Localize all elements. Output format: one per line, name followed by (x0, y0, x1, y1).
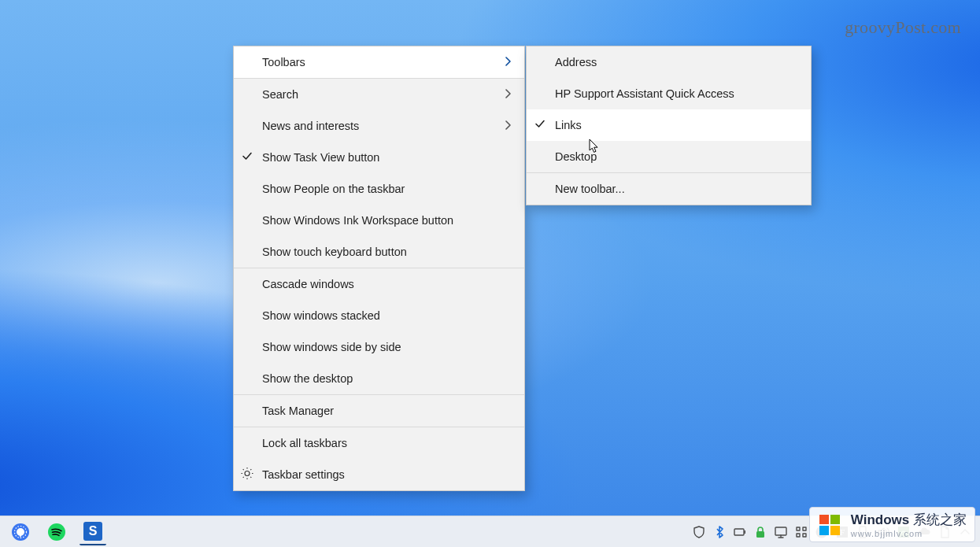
menu-item-label: Show the desktop (262, 372, 353, 385)
windows-logo-icon (818, 512, 843, 538)
menu-item-show-windows-ink-workspace-button[interactable]: Show Windows Ink Workspace button (234, 205, 524, 236)
svg-rect-15 (819, 515, 829, 524)
menu-item-label: New toolbar... (555, 183, 625, 195)
submenu-item-address[interactable]: Address (527, 46, 811, 78)
svg-rect-8 (775, 527, 786, 535)
submenu-item-desktop[interactable]: Desktop (527, 141, 811, 172)
menu-item-label: Show Windows Ink Workspace button (262, 214, 453, 227)
submenu-item-links[interactable]: Links (527, 109, 811, 141)
menu-item-label: Show touch keyboard button (262, 246, 407, 258)
svg-rect-7 (756, 531, 764, 538)
check-icon (534, 119, 545, 132)
watermark-bottom: Windows 系统之家 www.bjjmlv.com (809, 507, 975, 542)
grid-icon[interactable] (794, 525, 808, 539)
menu-item-lock-all-taskbars[interactable]: Lock all taskbars (234, 427, 524, 459)
cursor-icon (589, 139, 600, 155)
menu-item-show-people-on-the-taskbar[interactable]: Show People on the taskbar (234, 173, 524, 205)
menu-item-label: Taskbar settings (262, 468, 345, 481)
menu-item-show-windows-side-by-side[interactable]: Show windows side by side (234, 331, 524, 363)
taskbar-context-menu: ToolbarsSearchNews and interestsShow Tas… (233, 46, 525, 491)
menu-item-toolbars[interactable]: Toolbars (234, 46, 524, 78)
svg-rect-16 (830, 515, 840, 524)
submenu-item-new-toolbar[interactable]: New toolbar... (527, 173, 811, 205)
menu-item-label: Show Task View button (262, 151, 379, 164)
menu-item-label: Task Manager (262, 405, 334, 417)
watermark-tag: 系统之家 (913, 512, 967, 527)
menu-item-label: Lock all taskbars (262, 437, 347, 449)
battery-icon[interactable] (733, 525, 747, 539)
menu-item-show-the-desktop[interactable]: Show the desktop (234, 363, 524, 394)
taskbar-left: S (5, 516, 109, 548)
svg-rect-17 (819, 526, 829, 535)
menu-item-label: Show windows stacked (262, 309, 380, 322)
menu-item-label: HP Support Assistant Quick Access (555, 87, 734, 100)
menu-item-news-and-interests[interactable]: News and interests (234, 110, 524, 142)
menu-item-label: Toolbars (262, 56, 305, 68)
menu-item-label: News and interests (262, 120, 359, 132)
taskbar-app-signal-app[interactable] (5, 516, 36, 548)
taskbar-app-snagit-app[interactable]: S (77, 516, 109, 548)
chevron-right-icon (504, 88, 513, 101)
chevron-right-icon (504, 56, 513, 68)
menu-item-cascade-windows[interactable]: Cascade windows (234, 268, 524, 300)
menu-item-task-manager[interactable]: Task Manager (234, 395, 524, 427)
svg-rect-18 (830, 526, 840, 535)
menu-item-taskbar-settings[interactable]: Taskbar settings (234, 459, 524, 490)
bluetooth-icon[interactable] (712, 525, 727, 539)
check-icon (242, 151, 253, 164)
menu-item-label: Cascade windows (262, 278, 354, 290)
menu-item-label: Show windows side by side (262, 341, 401, 353)
menu-item-label: Search (262, 88, 298, 101)
monitor-icon[interactable] (774, 525, 788, 539)
menu-item-show-windows-stacked[interactable]: Show windows stacked (234, 300, 524, 331)
svg-rect-5 (734, 529, 744, 535)
menu-item-label: Links (555, 119, 582, 131)
svg-rect-6 (745, 530, 746, 534)
svg-text:S: S (89, 524, 98, 538)
watermark-url: www.bjjmlv.com (851, 529, 967, 538)
menu-item-search[interactable]: Search (234, 79, 524, 110)
gear-icon (240, 467, 254, 483)
taskbar-app-spotify-app[interactable] (41, 516, 72, 548)
shield-icon[interactable] (692, 525, 706, 539)
chevron-right-icon (504, 120, 513, 132)
menu-item-label: Address (555, 56, 597, 68)
menu-item-show-task-view-button[interactable]: Show Task View button (234, 142, 524, 173)
menu-item-show-touch-keyboard-button[interactable]: Show touch keyboard button (234, 236, 524, 268)
watermark-top: groovyPost.com (845, 17, 961, 38)
menu-item-label: Show People on the taskbar (262, 183, 405, 195)
toolbars-submenu: AddressHP Support Assistant Quick Access… (526, 46, 812, 205)
watermark-brand: Windows (851, 512, 909, 527)
submenu-item-hp-support-assistant-quick-access[interactable]: HP Support Assistant Quick Access (527, 78, 811, 109)
lock-icon[interactable] (753, 525, 767, 539)
